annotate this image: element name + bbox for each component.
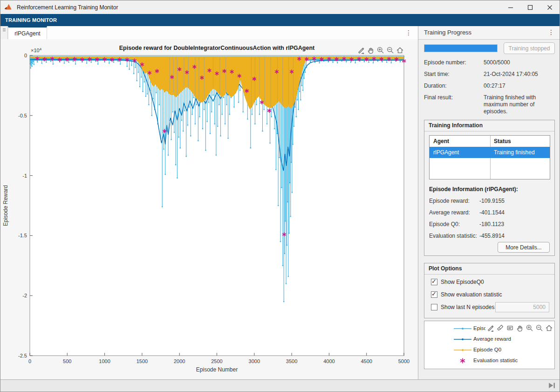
svg-text:5000: 5000 — [398, 358, 410, 364]
expand-panel-button[interactable] — [548, 382, 556, 389]
column-header-agent[interactable]: Agent — [433, 138, 449, 144]
zoom-in-icon — [526, 324, 533, 332]
restore-view-button[interactable] — [395, 45, 404, 55]
zoom-out-icon — [535, 324, 543, 332]
show-last-n-episodes-row[interactable]: Show last N episodes — [431, 304, 494, 310]
table-row-selected[interactable]: rlPGAgent Training finished — [430, 147, 550, 158]
more-details-button[interactable]: More Details... — [498, 242, 550, 253]
maximize-button[interactable] — [520, 0, 540, 14]
show-evaluation-statistic-label: Show evaluation statistic — [441, 291, 502, 298]
last-n-episodes-input[interactable] — [495, 302, 549, 312]
legend-hover-toolbar — [485, 323, 554, 333]
episode-q0-value: -180.1123 — [479, 221, 504, 227]
svg-text:4500: 4500 — [361, 358, 372, 364]
show-last-n-episodes-label: Show last N episodes — [441, 304, 494, 310]
home-icon — [396, 46, 404, 54]
zoom-in-button[interactable] — [376, 45, 385, 55]
legend-home-button[interactable] — [544, 323, 553, 332]
close-icon — [547, 5, 553, 10]
legend-zoom-in-button[interactable] — [525, 323, 534, 332]
episode-q0-label: Episode Q0: — [429, 221, 460, 227]
hand-icon — [516, 324, 524, 332]
axes-toolbar — [356, 45, 404, 55]
average-reward-line-marker — [453, 335, 472, 344]
tab-strip-background — [47, 26, 418, 39]
toolstrip: TRAINING MONITOR — [0, 14, 560, 26]
hamburger-icon — [2, 28, 6, 32]
minimize-button[interactable] — [501, 0, 520, 14]
svg-text:3500: 3500 — [286, 358, 297, 364]
zoom-in-icon — [376, 46, 384, 54]
skip-to-end-icon — [549, 383, 553, 388]
window-title: Reinforcement Learning Training Monitor — [17, 4, 118, 11]
reward-chart[interactable]: 0500100015002000250030003500400045005000… — [0, 39, 418, 380]
svg-text:1000: 1000 — [99, 358, 110, 364]
episode-information-title: Episode Information (rlPGAgent): — [429, 186, 518, 193]
episode-reward-value: -109.9155 — [479, 198, 505, 204]
pan-button[interactable] — [366, 45, 375, 55]
svg-text:Episode Reward: Episode Reward — [2, 185, 9, 226]
svg-text:2000: 2000 — [174, 358, 185, 364]
legend-datatip-button[interactable] — [505, 323, 514, 332]
svg-text:1500: 1500 — [137, 358, 148, 364]
pen-icon — [357, 46, 365, 54]
progress-fill — [424, 45, 497, 52]
legend-entry-average-reward: Average reward — [424, 335, 554, 344]
svg-text:Episode Number: Episode Number — [196, 366, 238, 373]
start-time-value: 21-Oct-2024 17:40:05 — [484, 71, 556, 78]
hand-icon — [367, 46, 375, 54]
legend-pan-button[interactable] — [515, 323, 524, 332]
svg-text:500: 500 — [63, 358, 71, 364]
episode-number-value: 5000/5000 — [484, 59, 556, 66]
legend-entry-evaluation-statistic: Evaluation statistic — [424, 356, 554, 365]
status-cell: Training finished — [494, 149, 535, 156]
svg-text:0: 0 — [28, 358, 31, 364]
svg-text:3000: 3000 — [249, 358, 260, 364]
export-plot-button[interactable] — [356, 45, 365, 55]
tab-overflow-button[interactable]: ⋮ — [404, 28, 413, 37]
evaluation-statistic-label: Evaluation statistic: — [429, 233, 477, 239]
evaluation-statistic-legend-label: Evaluation statistic — [473, 358, 518, 363]
show-episodeq0-row[interactable]: Show EpisodeQ0 — [431, 279, 484, 285]
show-last-n-episodes-checkbox[interactable] — [431, 304, 437, 310]
toolstrip-tab-training-monitor[interactable]: TRAINING MONITOR — [0, 17, 61, 23]
svg-text:4000: 4000 — [323, 358, 335, 364]
tab-rlpgagent[interactable]: rlPGAgent — [8, 26, 47, 39]
agent-cell: rlPGAgent — [433, 149, 459, 156]
plot-options-card: Plot Options Show EpisodeQ0 Show evaluat… — [424, 263, 555, 318]
tab-list-button[interactable] — [0, 26, 8, 39]
tab-label: rlPGAgent — [14, 30, 40, 37]
svg-text:2500: 2500 — [211, 358, 222, 364]
training-information-title: Training Information — [429, 122, 483, 129]
plot-options-header: Plot Options — [424, 263, 554, 275]
legend-card: Episode reward Average reward Episode Q0 — [424, 321, 555, 369]
figure-area: 0500100015002000250030003500400045005000… — [0, 39, 418, 380]
plot-options-title: Plot Options — [429, 265, 462, 272]
svg-text:-0.5: -0.5 — [18, 113, 27, 118]
episode-reward-label: Episode reward: — [429, 198, 470, 204]
app-window: Reinforcement Learning Training Monitor … — [0, 0, 560, 392]
show-evaluation-statistic-row[interactable]: Show evaluation statistic — [431, 291, 502, 298]
legend-brush-button[interactable] — [495, 323, 505, 332]
training-stopped-button[interactable]: Training stopped — [504, 42, 555, 54]
datatip-icon — [506, 324, 514, 332]
close-button[interactable] — [540, 0, 560, 14]
legend-export-button[interactable] — [485, 323, 495, 332]
final-result-label: Final result: — [424, 94, 453, 101]
duration-label: Duration: — [424, 83, 447, 89]
pen-icon — [486, 324, 494, 332]
start-time-label: Start time: — [424, 71, 450, 77]
svg-text:-1: -1 — [22, 173, 27, 179]
episode-number-label: Episode number: — [424, 59, 466, 66]
show-evaluation-statistic-checkbox[interactable] — [431, 291, 437, 298]
show-episodeq0-checkbox[interactable] — [431, 279, 437, 285]
column-header-status[interactable]: Status — [494, 138, 511, 144]
svg-text:-1.5: -1.5 — [18, 233, 27, 238]
panel-menu-button[interactable]: ⋮ — [547, 28, 555, 36]
table-header-row: Agent Status — [430, 136, 550, 147]
legend-zoom-out-button[interactable] — [534, 323, 544, 332]
agent-status-table: Agent Status rlPGAgent Training finished — [429, 135, 550, 179]
vertical-ellipsis-icon: ⋮ — [405, 29, 412, 36]
document-tab-strip: rlPGAgent ⋮ — [0, 26, 418, 40]
zoom-out-button[interactable] — [385, 45, 395, 55]
